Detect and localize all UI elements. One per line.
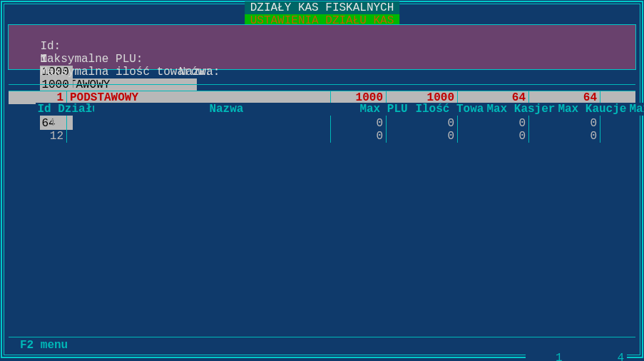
col-max-plu: Max PLU (358, 103, 414, 116)
pos-total: 4 (617, 352, 624, 361)
footer-position: 1 4 (526, 339, 627, 361)
form-panel: Id: 1 Nazwa: PODSTAWOWY Maksymalne PLU: … (8, 24, 636, 70)
col-nazwa: Nazwa (94, 103, 358, 116)
col-max-kasjer: Max Kasjer (485, 103, 556, 116)
col-ilosc-towa: Ilość Towa (414, 103, 485, 116)
max-plu-label: Maksymalne PLU: (40, 53, 204, 66)
table-area: Id DziałuNazwaMax PLUIlość TowaMax Kasje… (9, 77, 635, 341)
col-max-kaucje: Max Kaucje (556, 103, 628, 116)
table-body: 1PODSTAWOWY10001000646410000011000012000… (9, 91, 635, 143)
pos-current: 1 (556, 352, 563, 361)
f2-menu-hint[interactable]: F2 menu (17, 339, 71, 352)
id-label: Id: (40, 40, 83, 53)
window-title-outer: DZIAŁY KAS FISKALNYCH (245, 1, 400, 14)
table-row[interactable]: 110000 (9, 117, 635, 130)
table-row[interactable]: 120000 (9, 130, 635, 143)
col-max: Max (628, 103, 644, 116)
footer: F2 menu 1 4 (9, 337, 635, 351)
table-header: Id DziałuNazwaMax PLUIlość TowaMax Kasje… (9, 77, 635, 91)
col-id: Id Działu (36, 103, 94, 116)
